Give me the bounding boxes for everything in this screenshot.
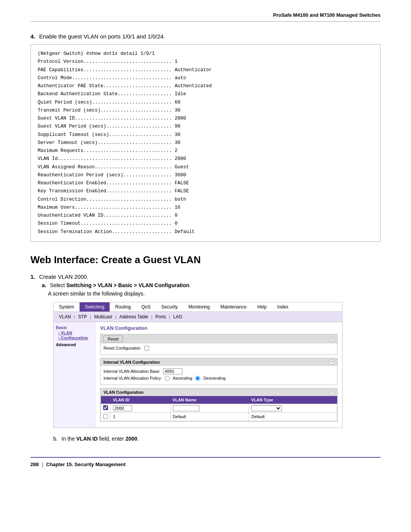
- step-a-bold: Switching > VLAN > Basic > VLAN Configur…: [66, 282, 189, 288]
- step-b-bold2: 2000: [126, 436, 137, 442]
- code-line-8: Guest VLAN ID...........................…: [38, 115, 373, 123]
- code-line-21: Session Timeout.........................…: [38, 220, 373, 228]
- sub-nav: VLAN | STP | Multicast | Address Table |…: [54, 312, 342, 322]
- nav-qos[interactable]: QoS: [136, 302, 156, 312]
- step1-number: 1.: [30, 273, 35, 280]
- row1-vlan-id-cell: [111, 404, 170, 412]
- nav-bar: System Switching Routing QoS Security Mo…: [54, 302, 342, 312]
- radio-descending[interactable]: [195, 376, 200, 381]
- col-vlan-name: VLAN Name: [170, 396, 249, 404]
- step1-text: Create VLAN 2000.: [39, 273, 89, 280]
- page-header: ProSafe M4100 and M7100 Managed Switches: [30, 11, 381, 22]
- internal-vlan-body: Internal VLAN Allocation Base Internal V…: [100, 366, 337, 385]
- col-checkbox: [101, 396, 111, 404]
- step4-number: 4.: [30, 33, 35, 40]
- col-vlan-id: VLAN ID: [111, 396, 170, 404]
- nav-security[interactable]: Security: [156, 302, 183, 312]
- internal-base-input[interactable]: [163, 368, 182, 374]
- code-line-15: Reauthentication Period (secs)..........…: [38, 171, 373, 179]
- step-b-suffix: .: [137, 436, 139, 442]
- col-vlan-type: VLAN Type: [249, 396, 337, 404]
- code-line-12: Maximum Requests........................…: [38, 147, 373, 155]
- reset-help-icon[interactable]: ?: [329, 336, 334, 342]
- radio-ascending[interactable]: [165, 376, 170, 381]
- code-line-17: Key Transmission Enabled................…: [38, 187, 373, 195]
- code-line-22: Session Termination Action..............…: [38, 228, 373, 236]
- code-line-10: Supplicant Timeout (secs)...............…: [38, 131, 373, 139]
- reset-section-header: Reset ?: [100, 334, 337, 343]
- code-block: (Netgear Switch) #show dot1x detail 1/0/…: [30, 44, 381, 242]
- reset-config-checkbox[interactable]: [144, 346, 149, 351]
- sub-nav-multicast[interactable]: Multicast: [92, 313, 113, 320]
- code-line-4: Authenticator PAE State.................…: [38, 82, 373, 90]
- row1-vlan-type-cell: [249, 404, 337, 412]
- vlan-config-help-icon[interactable]: ?: [329, 390, 334, 395]
- header-title: ProSafe M4100 and M7100 Managed Switches: [273, 12, 381, 18]
- step-b-prefix: In the: [62, 436, 76, 442]
- table-row-2: 1 Default Default: [101, 412, 337, 421]
- step4-text: Enable the guest VLAN on ports 1/0/1 and…: [39, 33, 165, 40]
- vlan-table: VLAN ID VLAN Name VLAN Type: [100, 396, 337, 421]
- code-line-9: Guest VLAN Period (secs)................…: [38, 123, 373, 131]
- internal-base-row: Internal VLAN Allocation Base: [104, 368, 334, 374]
- row1-checkbox-cell: [101, 404, 111, 412]
- nav-help[interactable]: Help: [252, 302, 272, 312]
- row2-vlan-name-cell: Default: [170, 412, 249, 421]
- nav-index[interactable]: Index: [272, 302, 294, 312]
- radio-descending-label: Descending: [203, 376, 225, 380]
- nav-system[interactable]: System: [54, 302, 80, 312]
- row2-checkbox-cell: [101, 412, 111, 421]
- nav-routing[interactable]: Routing: [110, 302, 136, 312]
- row1-vlan-name-cell: [170, 404, 249, 412]
- internal-policy-row: Internal VLAN Allocation Policy Ascendin…: [104, 376, 334, 381]
- code-line-5: Backend Authentication State............…: [38, 90, 373, 98]
- step-b-bold1: VLAN ID: [76, 436, 98, 442]
- code-line-6: Quiet Period (secs).....................…: [38, 99, 373, 107]
- step1: 1. Create VLAN 2000. a. Select Switching…: [30, 273, 381, 442]
- step4-label: 4. Enable the guest VLAN on ports 1/0/1 …: [30, 33, 381, 40]
- step-4: 4. Enable the guest VLAN on ports 1/0/1 …: [30, 33, 381, 242]
- sidebar-link-vlan[interactable]: › VLAN: [58, 331, 93, 335]
- code-line-1: Protocol Version........................…: [38, 58, 373, 66]
- sidebar-link-configuration[interactable]: › Configuration: [58, 335, 93, 340]
- internal-vlan-help-icon[interactable]: ?: [329, 359, 334, 365]
- row1-vlan-type-select[interactable]: [251, 405, 282, 411]
- row2-checkbox[interactable]: [103, 414, 108, 419]
- reset-section-body: Reset Configuration: [100, 343, 337, 355]
- row1-vlan-id-input[interactable]: [113, 405, 132, 411]
- step-a-letter: a.: [42, 282, 46, 288]
- code-line-0: (Netgear Switch) #show dot1x detail 1/0/…: [38, 50, 373, 58]
- code-line-11: Server Timeout (secs)...................…: [38, 139, 373, 147]
- code-line-3: Control Mode............................…: [38, 74, 373, 82]
- nav-maintenance[interactable]: Maintenance: [215, 302, 252, 312]
- vlan-config-header: VLAN Configuration ?: [100, 388, 337, 396]
- sub-nav-ports[interactable]: Ports: [154, 313, 167, 320]
- nav-switching[interactable]: Switching: [80, 302, 110, 312]
- row1-vlan-name-input[interactable]: [173, 405, 199, 411]
- main-content: VLAN Configuration Reset ? Reset Configu…: [96, 322, 342, 428]
- step-b: b. In the VLAN ID field, enter 2000.: [42, 436, 381, 442]
- internal-base-label: Internal VLAN Allocation Base: [104, 369, 159, 374]
- sidebar-section-basic: Basic: [56, 325, 93, 330]
- step-a-suffix: .: [190, 282, 191, 288]
- vlan-config-section: VLAN Configuration ? VLAN ID V: [100, 388, 338, 422]
- sub-nav-lag[interactable]: LAG: [172, 313, 184, 320]
- nav-monitoring[interactable]: Monitoring: [183, 302, 215, 312]
- code-line-2: PAE Capabilities........................…: [38, 66, 373, 74]
- reset-section: Reset ? Reset Configuration: [100, 334, 338, 355]
- reset-config-row: Reset Configuration: [104, 346, 334, 351]
- reset-button[interactable]: Reset: [104, 335, 123, 342]
- code-line-13: VLAN Id.................................…: [38, 155, 373, 163]
- sub-nav-vlan[interactable]: VLAN: [57, 313, 72, 320]
- internal-policy-label: Internal VLAN Allocation Policy: [104, 376, 161, 380]
- sub-nav-address-table[interactable]: Address Table: [118, 313, 150, 320]
- row1-checkbox[interactable]: [103, 405, 108, 410]
- step-b-letter: b.: [53, 436, 58, 442]
- row2-vlan-type-cell: Default: [249, 412, 337, 421]
- section-heading: Web Interface: Create a Guest VLAN: [30, 254, 381, 266]
- code-line-14: VLAN Assigned Reason....................…: [38, 163, 373, 171]
- ui-body: Basic › VLAN › Configuration Advanced VL…: [54, 322, 342, 428]
- step-a: a. Select Switching > VLAN > Basic > VLA…: [42, 282, 381, 428]
- step-b-middle: field, enter: [98, 436, 126, 442]
- sub-nav-stp[interactable]: STP: [76, 313, 88, 320]
